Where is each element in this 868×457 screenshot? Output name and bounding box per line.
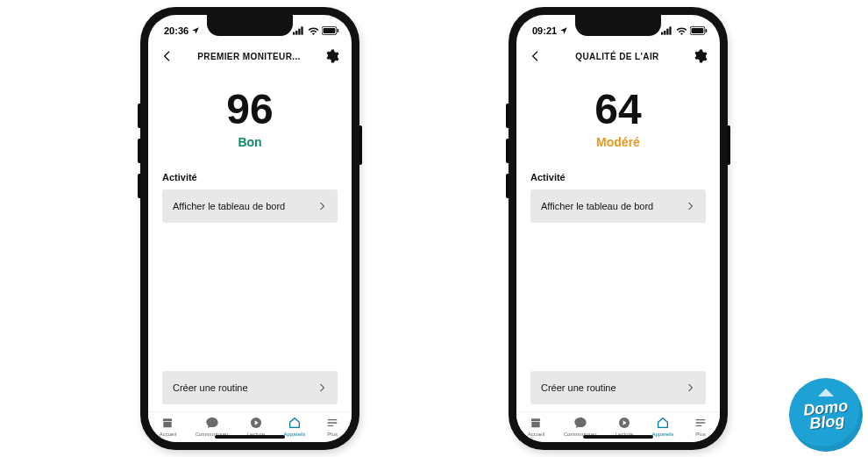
dashboard-button[interactable]: Afficher le tableau de bord [530, 189, 706, 223]
svg-rect-14 [706, 29, 708, 32]
svg-rect-11 [669, 26, 671, 34]
create-routine-button[interactable]: Créer une routine [162, 371, 338, 404]
tab-label: Plus [695, 432, 706, 437]
chevron-right-icon [685, 382, 695, 393]
tab-lecture[interactable]: Lecture [247, 416, 265, 437]
battery-icon [322, 26, 339, 35]
tab-label: Plus [327, 432, 338, 437]
main-content: 64 Modéré Activité Afficher le tableau d… [516, 73, 720, 411]
air-quality-label: Modéré [530, 135, 706, 149]
svg-rect-9 [664, 31, 665, 35]
tab-label: Appareils [284, 432, 306, 437]
home-indicator [215, 435, 285, 439]
svg-rect-0 [293, 32, 295, 35]
svg-rect-5 [324, 28, 336, 33]
dashboard-button[interactable]: Afficher le tableau de bord [162, 189, 338, 223]
svg-rect-13 [692, 28, 704, 33]
phone-frame: 20:36 PREMIER MONITEUR... 96 Bon Activit… [140, 7, 359, 450]
svg-rect-10 [666, 29, 668, 35]
screen: 20:36 PREMIER MONITEUR... 96 Bon Activit… [148, 15, 352, 442]
devices-icon [287, 416, 302, 430]
tab-communiquer[interactable]: Communiquer [196, 416, 229, 437]
tab-communiquer[interactable]: Communiquer [564, 416, 597, 437]
chevron-right-icon [685, 201, 695, 211]
back-icon[interactable] [160, 49, 174, 63]
location-icon [191, 26, 200, 35]
tab-appareils[interactable]: Appareils [652, 416, 674, 437]
svg-rect-2 [298, 29, 300, 35]
svg-rect-8 [661, 32, 663, 35]
wifi-icon [308, 26, 319, 35]
notch [207, 15, 293, 36]
home-indicator [583, 435, 653, 439]
signal-icon [293, 26, 305, 35]
main-content: 96 Bon Activité Afficher le tableau de b… [148, 73, 352, 411]
status-time: 20:36 [164, 25, 189, 36]
chat-icon [573, 416, 588, 430]
watermark-line2: Blog [808, 411, 845, 432]
chevron-right-icon [317, 201, 327, 211]
tab-accueil[interactable]: Accueil [160, 416, 176, 437]
create-routine-button[interactable]: Créer une routine [530, 371, 706, 404]
dashboard-button-label: Afficher le tableau de bord [541, 201, 653, 211]
wifi-icon [676, 26, 687, 35]
tab-appareils[interactable]: Appareils [284, 416, 306, 437]
create-routine-label: Créer une routine [541, 382, 616, 393]
svg-rect-6 [338, 29, 339, 32]
header: PREMIER MONITEUR... [148, 41, 352, 73]
tab-label: Accueil [528, 432, 544, 437]
play-icon [248, 416, 264, 430]
svg-rect-1 [295, 31, 297, 35]
signal-icon [661, 26, 673, 35]
house-icon [818, 389, 834, 396]
screen: 09:21 QUALITÉ DE L'AIR 64 Modéré Activit… [516, 15, 720, 442]
air-quality-label: Bon [162, 135, 338, 149]
air-quality-score: 96 [162, 85, 338, 133]
page-title: QUALITÉ DE L'AIR [575, 52, 658, 61]
status-time: 09:21 [532, 25, 557, 36]
header: QUALITÉ DE L'AIR [516, 41, 720, 73]
battery-icon [690, 26, 708, 35]
activity-section-label: Activité [530, 172, 706, 182]
location-icon [559, 26, 568, 35]
tab-plus[interactable]: Plus [324, 416, 340, 437]
more-icon [693, 416, 708, 430]
home-icon [528, 416, 544, 430]
page-title: PREMIER MONITEUR... [197, 52, 301, 61]
watermark-logo: Domo Blog [789, 378, 863, 452]
gear-icon[interactable] [324, 48, 339, 64]
notch [575, 15, 661, 36]
svg-rect-3 [301, 26, 302, 34]
phone-frame: 09:21 QUALITÉ DE L'AIR 64 Modéré Activit… [509, 7, 728, 450]
chevron-right-icon [317, 382, 327, 393]
chat-icon [204, 416, 220, 430]
dashboard-button-label: Afficher le tableau de bord [173, 201, 285, 211]
more-icon [324, 416, 340, 430]
back-icon[interactable] [529, 49, 543, 63]
activity-section-label: Activité [162, 172, 338, 182]
air-quality-score: 64 [530, 85, 706, 133]
tab-plus[interactable]: Plus [693, 416, 708, 437]
gear-icon[interactable] [692, 48, 708, 64]
play-icon [616, 416, 632, 430]
tab-lecture[interactable]: Lecture [615, 416, 633, 437]
tab-label: Appareils [652, 432, 674, 437]
devices-icon [655, 416, 671, 430]
tab-accueil[interactable]: Accueil [528, 416, 544, 437]
home-icon [160, 416, 175, 430]
create-routine-label: Créer une routine [173, 382, 248, 393]
tab-label: Accueil [160, 432, 176, 437]
